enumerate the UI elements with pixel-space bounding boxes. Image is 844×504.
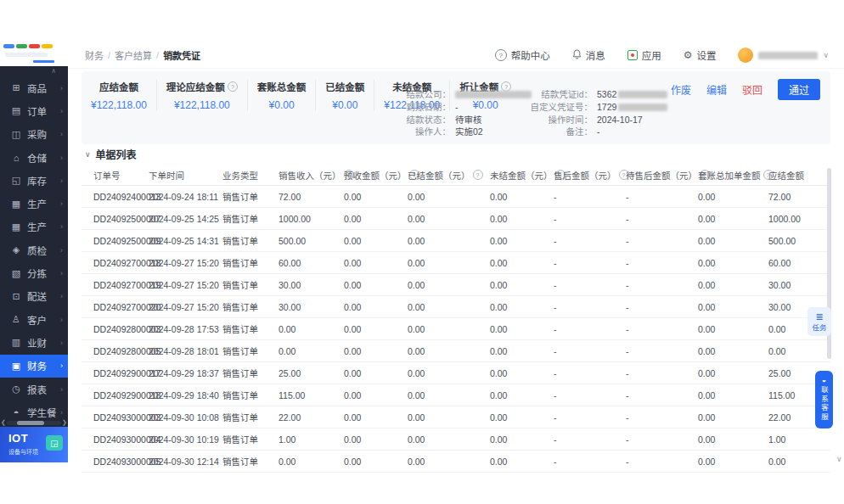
- action-link-作废[interactable]: 作废: [671, 82, 691, 97]
- table-row[interactable]: DD240930000042024-09-30 10:19销售订单1.000.0…: [82, 428, 830, 451]
- customer-icon: ♙: [10, 314, 22, 325]
- order-number-cell: DD24092900017: [93, 368, 149, 378]
- sidebar-item-仓储[interactable]: ⌂仓储›: [0, 146, 68, 169]
- scrollbar-thumb[interactable]: [17, 421, 44, 425]
- user-menu[interactable]: ∨: [738, 48, 829, 63]
- help-circle-icon: ?: [495, 49, 507, 61]
- scroll-right-icon[interactable]: ❯: [61, 419, 68, 426]
- sidebar-horizontal-scrollbar[interactable]: ❮ ❯: [0, 419, 68, 426]
- table-row[interactable]: DD240930000032024-09-30 10:08销售订单22.000.…: [82, 406, 830, 428]
- sidebar-item-订单[interactable]: ▤订单›: [0, 99, 68, 122]
- table-row[interactable]: DD240928000052024-09-28 18:01销售订单0.000.0…: [82, 340, 830, 362]
- logo-blue-underline: [33, 60, 54, 63]
- logo-redacted-line: [5, 53, 48, 57]
- table-row[interactable]: DD240927000202024-09-27 15:20销售订单30.000.…: [82, 296, 830, 318]
- table-cell: 0.00: [408, 258, 490, 268]
- metric-label-text: 套账总金额: [257, 80, 307, 93]
- column-header-已结金额（元）[interactable]: 已结金额（元）?: [408, 169, 490, 182]
- table-row[interactable]: DD240927000182024-09-27 15:20销售订单60.000.…: [82, 252, 830, 274]
- document-list-section-header[interactable]: ∨ 单据列表: [85, 147, 137, 161]
- table-cell: -: [554, 434, 626, 445]
- table-cell: 0.00: [408, 192, 490, 202]
- table-cell: 72.00: [279, 192, 344, 202]
- table-cell: 1000.00: [279, 214, 344, 224]
- breadcrumb-item[interactable]: 客户结算: [115, 48, 152, 62]
- table-cell: 0.00: [490, 412, 554, 423]
- scrollbar-track[interactable]: [7, 421, 61, 425]
- column-header-售后金额（元）[interactable]: 售后金额（元）?: [554, 169, 626, 182]
- table-cell: 销售订单: [222, 212, 279, 225]
- table-row[interactable]: DD240924000132024-09-24 18:11销售订单72.000.…: [82, 186, 830, 208]
- sidebar-item-库存[interactable]: ◱库存›: [0, 169, 68, 192]
- column-header-业务类型[interactable]: 业务类型: [222, 169, 279, 182]
- sidebar-item-质检[interactable]: ◈质检›: [0, 238, 68, 261]
- column-header-应结金额[interactable]: 应结金额: [768, 169, 830, 182]
- table-cell: 0.00: [344, 390, 408, 400]
- sidebar-item-业财[interactable]: ▥业财›: [0, 331, 68, 354]
- table-cell: 500.00: [768, 236, 830, 246]
- topmenu-item-设置[interactable]: ⚙设置: [684, 48, 717, 62]
- iot-banner[interactable]: IOT 设备与环境 ◲: [0, 427, 68, 462]
- collapse-chevron-icon[interactable]: ∨: [85, 150, 91, 159]
- table-cell: -: [626, 346, 698, 356]
- sidebar-item-客户[interactable]: ♙客户›: [0, 308, 68, 331]
- customer-service-widget[interactable]: ◒ 联系客服: [815, 371, 833, 428]
- topmenu-item-消息[interactable]: 消息: [572, 48, 605, 62]
- column-header-销售收入（元）[interactable]: 销售收入（元）?: [279, 169, 344, 182]
- order-number-cell: DD24092900018: [93, 390, 149, 400]
- task-widget[interactable]: ≣ 任务: [807, 307, 831, 336]
- table-row[interactable]: DD240925000072024-09-25 14:25销售订单1000.00…: [82, 208, 830, 230]
- topmenu-item-帮助中心[interactable]: ?帮助中心: [495, 48, 550, 62]
- approve-button[interactable]: 通过: [778, 79, 820, 100]
- breadcrumb-separator: /: [156, 50, 159, 60]
- table-row[interactable]: DD240928000032024-09-28 17:53销售订单0.000.0…: [82, 318, 830, 340]
- sidebar-item-商品[interactable]: ⊞商品›: [0, 76, 68, 99]
- table-cell: -: [554, 324, 626, 334]
- info-icon[interactable]: ?: [473, 170, 483, 180]
- table-cell: 0.00: [408, 302, 490, 312]
- sidebar-item-报表[interactable]: ◷报表›: [0, 378, 68, 400]
- metric-套账总金额: 套账总金额¥0.00: [248, 80, 317, 111]
- column-header-套账总加单金额[interactable]: 套账总加单金额?: [698, 169, 768, 182]
- column-header-未结金额（元）[interactable]: 未结金额（元）?: [490, 169, 554, 182]
- table-cell: 销售订单: [222, 234, 279, 247]
- table-cell: 0.00: [698, 258, 768, 268]
- table-cell: 2024-09-30 10:19: [149, 434, 222, 445]
- table-row[interactable]: DD240927000192024-09-27 15:20销售订单30.000.…: [82, 274, 830, 296]
- column-header-待售后金额（元）[interactable]: 待售后金额（元）?: [626, 169, 698, 182]
- topmenu-label: 帮助中心: [511, 48, 550, 62]
- order-number-cell: DD24093000004: [93, 434, 149, 445]
- topmenu-label: 设置: [696, 48, 716, 62]
- sidebar-item-财务[interactable]: ▣财务›: [0, 355, 68, 378]
- sidebar-item-采购[interactable]: ◫采购›: [0, 123, 68, 146]
- table-row[interactable]: DD240929000182024-09-29 18:40销售订单115.000…: [82, 384, 830, 406]
- sidebar-item-生产-5[interactable]: ▦生产›: [0, 192, 68, 215]
- column-header-下单时间[interactable]: 下单时间: [149, 169, 222, 182]
- column-header-订单号[interactable]: 订单号: [93, 169, 149, 182]
- info-label: 自定义凭证号：: [489, 101, 593, 114]
- table-row[interactable]: DD240930000052024-09-30 12:14销售订单0.000.0…: [82, 451, 830, 473]
- sorting-icon: ▧: [10, 268, 22, 279]
- chevron-right-icon: ›: [60, 269, 63, 277]
- table-cell: 0.00: [698, 280, 768, 290]
- sidebar-item-配送[interactable]: ⊡配送›: [0, 285, 68, 308]
- order-number-cell: DD24093000005: [93, 456, 149, 467]
- topmenu-item-应用[interactable]: 应用: [627, 48, 661, 62]
- info-icon[interactable]: ?: [228, 81, 238, 92]
- sidebar-item-分拣[interactable]: ▧分拣›: [0, 261, 68, 284]
- reject-link[interactable]: 驳回: [742, 82, 762, 97]
- scroll-left-icon[interactable]: ❮: [0, 419, 7, 426]
- page-scroll-down-icon[interactable]: ∨: [836, 455, 842, 463]
- column-header-预收金额（元）[interactable]: 预收金额（元）?: [344, 169, 408, 182]
- table-cell: 0.00: [408, 214, 490, 224]
- table-row[interactable]: DD240925000092024-09-25 14:31销售订单500.000…: [82, 230, 830, 252]
- order-number-cell: DD24092800003: [93, 324, 149, 334]
- sidebar-item-生产-6[interactable]: ▦生产›: [0, 216, 68, 238]
- action-link-编辑[interactable]: 编辑: [706, 82, 727, 97]
- table-row[interactable]: DD240929000172024-09-29 18:37销售订单25.000.…: [82, 362, 830, 384]
- table-cell: 0.00: [698, 324, 768, 334]
- info-value: 实施02: [455, 126, 483, 138]
- breadcrumb-item[interactable]: 财务: [85, 48, 104, 62]
- sidebar-scroll-up-icon[interactable]: ∧: [51, 67, 56, 75]
- order-number-cell: DD24093000003: [93, 412, 149, 423]
